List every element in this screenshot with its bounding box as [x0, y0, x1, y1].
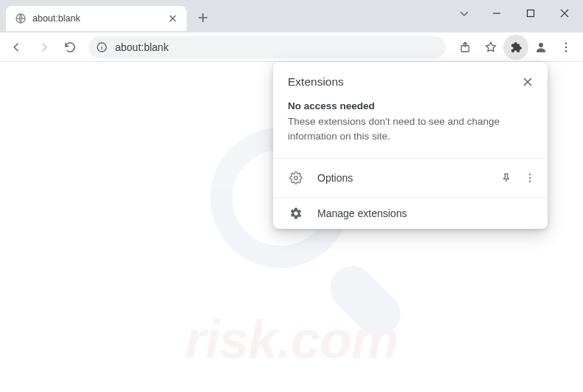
reload-button[interactable] [58, 35, 83, 60]
svg-point-7 [565, 42, 568, 44]
more-actions-button[interactable] [518, 166, 542, 190]
gear-outline-icon [288, 170, 304, 186]
profile-button[interactable] [528, 35, 553, 60]
globe-icon [15, 13, 27, 24]
popup-description: These extensions don't need to see and c… [288, 114, 533, 145]
gear-icon [288, 205, 304, 221]
browser-tab[interactable]: about:blank [6, 6, 187, 31]
bookmark-button[interactable] [478, 35, 503, 60]
address-bar[interactable]: about:blank [89, 36, 446, 58]
popup-title: Extensions [288, 75, 344, 89]
svg-point-10 [294, 176, 298, 179]
manage-label: Manage extensions [317, 207, 542, 219]
svg-point-6 [539, 43, 543, 47]
window-maximize-button[interactable] [514, 2, 548, 24]
window-titlebar: about:blank [0, 0, 583, 32]
window-close-button[interactable] [548, 2, 582, 24]
svg-point-12 [529, 176, 531, 178]
tab-title: about:blank [32, 13, 166, 24]
svg-point-9 [565, 49, 568, 52]
share-button[interactable] [453, 35, 478, 60]
extensions-button[interactable] [503, 35, 528, 60]
extension-row[interactable]: Options [273, 158, 548, 197]
pin-button[interactable] [494, 166, 518, 190]
back-button[interactable] [4, 35, 30, 60]
new-tab-button[interactable] [193, 7, 213, 28]
url-text: about:blank [115, 41, 168, 53]
chevron-down-icon[interactable] [453, 2, 475, 24]
window-minimize-button[interactable] [480, 2, 514, 24]
close-tab-button[interactable] [166, 12, 179, 25]
svg-point-8 [565, 46, 568, 48]
svg-point-11 [529, 173, 531, 175]
svg-rect-1 [528, 10, 534, 17]
forward-button[interactable] [31, 35, 56, 60]
menu-button[interactable] [553, 35, 579, 60]
extensions-popup: Extensions No access needed These extens… [273, 62, 548, 229]
site-info-icon[interactable] [96, 41, 108, 53]
page-content: risk.com Extensions No access needed The… [0, 62, 583, 392]
watermark-text: risk.com [185, 309, 398, 370]
browser-toolbar: about:blank [0, 32, 583, 62]
manage-extensions-row[interactable]: Manage extensions [273, 197, 548, 229]
popup-subheading: No access needed [288, 100, 533, 111]
svg-point-13 [529, 180, 531, 182]
popup-close-button[interactable] [518, 72, 537, 92]
options-label: Options [317, 172, 494, 184]
